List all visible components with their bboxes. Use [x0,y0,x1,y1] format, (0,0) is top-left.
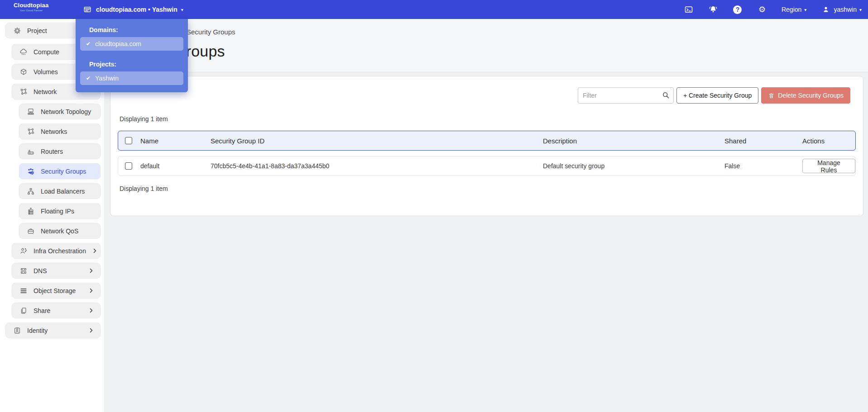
sidebar-item-load-balancers[interactable]: Load Balancers [19,183,101,199]
cell-name: default [140,162,211,170]
shield-icon [27,167,35,175]
grid-icon [82,5,92,14]
domains-heading: Domains: [89,26,188,33]
sidebar-item-dns[interactable]: DNS [12,263,101,279]
column-header-actions: Actions [802,137,855,145]
brand-title: Cloudtopiaa [14,2,48,9]
page-header: Security Groups Security Groups [104,19,868,72]
sidebar-item-label: Volumes [34,68,58,76]
table-header-row: Name Security Group ID Description Share… [118,131,856,151]
chevron-right-icon [92,248,98,254]
trash-icon [768,92,775,99]
create-security-group-button[interactable]: + Create Security Group [676,87,758,104]
user-icon [821,5,831,14]
gear-icon [13,27,21,35]
sidebar-item-infra-orchestration[interactable]: Infra Orchestration [12,243,101,259]
table-row: default70fcb5c5-4e4b-41a1-8a83-da37a3a44… [118,156,856,176]
chevron-right-icon [88,327,94,333]
cell-security-group-id: 70fcb5c5-4e4b-41a1-8a83-da37a3a445b0 [211,162,543,170]
pages-icon [19,307,28,315]
manage-rules-button[interactable]: Manage Rules [802,159,855,173]
cell-shared: False [724,162,802,170]
breadcrumb: Security Groups [187,28,235,36]
filter-field-wrap [578,87,674,104]
stack-icon [27,207,35,215]
servers-icon [19,267,28,275]
sidebar-item-label: Compute [34,48,59,56]
list-icon [19,287,28,295]
project-option-label: Yashwin [95,75,119,82]
domain-option-label: cloudtopiaa.com [95,40,141,47]
main-area: Security Groups Security Groups + Create… [104,19,868,412]
sidebar-item-floating-ips[interactable]: Floating IPs [19,203,101,219]
sidebar-item-label: Identity [27,327,48,334]
cube-icon [19,68,28,76]
person-icon [19,247,28,255]
security-groups-card: + Create Security Group Delete Security … [110,76,863,216]
brand-logo[interactable]: Cloudtopiaa Your Cloud Partner [14,2,48,12]
sidebar-item-label: Network Topology [41,108,91,115]
chevron-right-icon [88,288,94,294]
items-count-bottom: Displaying 1 item [120,185,856,192]
caret-down-icon: ▾ [181,8,183,12]
projects-heading: Projects: [89,61,188,68]
chevron-right-icon [88,268,94,274]
delete-security-groups-button[interactable]: Delete Security Groups [761,87,850,104]
sidebar-item-share[interactable]: Share [12,303,101,318]
sidebar-item-label: Load Balancers [41,188,85,195]
router-icon [27,147,35,156]
tree-icon [27,187,35,195]
sidebar-item-network-topology[interactable]: Network Topology [19,104,101,119]
column-header-id[interactable]: Security Group ID [211,137,543,145]
column-header-shared[interactable]: Shared [724,137,802,145]
nodes-icon [27,128,35,136]
monitor-icon [27,108,35,116]
domain-project-label: cloudtopiaa.com • Yashwin [96,6,177,13]
notifications-bell-icon[interactable] [708,5,718,14]
navbar-actions: ? ⚙ Region ▾ yashwin ▾ [684,0,862,19]
caret-down-icon: ▾ [804,8,806,12]
idcard-icon [13,327,21,335]
filter-input[interactable] [578,87,674,104]
settings-gear-icon[interactable]: ⚙ [757,5,767,14]
sidebar-item-label: Security Groups [41,168,86,175]
region-label: Region [782,6,801,13]
column-header-name[interactable]: Name [140,137,211,145]
sidebar-item-security-groups[interactable]: Security Groups [19,163,101,179]
caret-down-icon: ▾ [859,8,862,12]
sidebar-item-label: Networks [41,128,67,135]
search-icon[interactable] [662,91,670,101]
sidebar-item-label: Infra Orchestration [34,247,86,255]
chevron-right-icon [88,308,94,313]
top-navbar: Cloudtopiaa Your Cloud Partner cloudtopi… [0,0,868,19]
sidebar-item-label: Network [34,88,57,95]
content-area: + Create Security Group Delete Security … [104,72,868,216]
cloud-icon [19,48,28,56]
select-all-checkbox[interactable] [125,137,132,144]
sidebar-item-object-storage[interactable]: Object Storage [12,283,101,298]
sidebar-item-routers[interactable]: Routers [19,143,101,159]
sidebar-item-label: Network QoS [41,227,78,235]
row-checkbox[interactable] [125,162,132,170]
sidebar-item-network-qos[interactable]: Network QoS [19,223,101,239]
items-count-top: Displaying 1 item [120,115,856,123]
domain-project-dropdown: Domains: ✔cloudtopiaa.com Projects: ✔Yas… [76,19,188,92]
sidebar-item-identity[interactable]: Identity [5,322,101,338]
user-menu[interactable]: yashwin ▾ [821,5,862,14]
sidebar-item-label: Share [34,307,50,314]
table-toolbar: + Create Security Group Delete Security … [118,87,856,104]
sidebar-item-label: Object Storage [34,287,76,294]
table-body: default70fcb5c5-4e4b-41a1-8a83-da37a3a44… [118,156,856,176]
column-header-description[interactable]: Description [543,137,724,145]
sidebar-item-label: Routers [41,148,63,155]
app-window: Cloudtopiaa Your Cloud Partner cloudtopi… [0,0,868,412]
sidebar-item-networks[interactable]: Networks [19,123,101,139]
project-option-yashwin[interactable]: ✔Yashwin [80,71,183,85]
domain-project-selector[interactable]: cloudtopiaa.com • Yashwin ▾ [82,0,183,19]
help-icon[interactable]: ? [733,5,743,14]
console-icon[interactable] [684,5,694,14]
check-icon: ✔ [86,76,91,81]
case-icon [27,227,35,235]
domain-option-cloudtopiaa-com[interactable]: ✔cloudtopiaa.com [80,37,183,51]
region-menu[interactable]: Region ▾ [782,6,806,13]
